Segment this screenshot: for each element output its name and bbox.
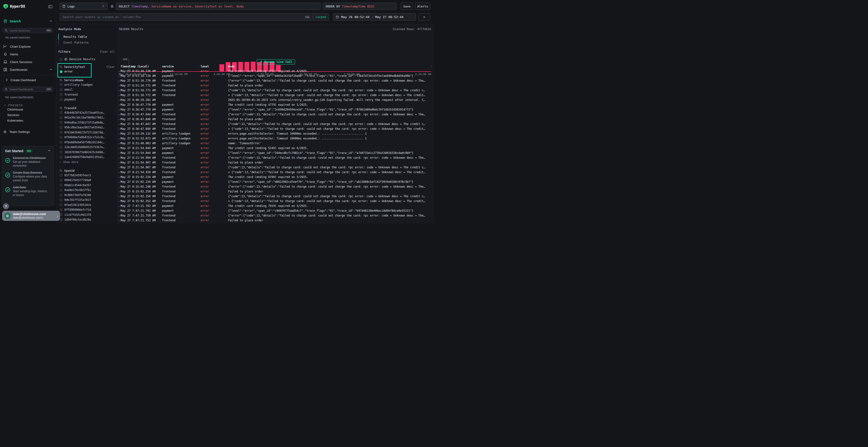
checkbox-unchecked[interactable]	[60, 199, 62, 201]
checkbox-unchecked[interactable]	[60, 121, 62, 124]
table-row[interactable]: >May 27 8:51:16.771 AMfrontenderror{"cod…	[118, 88, 434, 93]
col-service[interactable]: service	[162, 65, 197, 68]
help-button[interactable]: ?	[3, 203, 9, 209]
row-expand-icon[interactable]: >	[118, 123, 121, 126]
clear-all-button[interactable]: Clear all	[100, 50, 116, 54]
get-started-step[interactable]: Create Data Sources Configure where your…	[5, 171, 51, 182]
save-button[interactable]: Save	[401, 3, 413, 10]
row-expand-icon[interactable]: >	[118, 133, 121, 135]
table-row[interactable]: >May 27 8:33:29.132 AMartillery-loadgene…	[118, 131, 434, 136]
sidebar-item-search[interactable]: Search	[0, 18, 56, 24]
presets-section-toggle[interactable]: PRESETS	[3, 104, 56, 107]
table-row[interactable]: >May 27 8:15:02.250 AMfrontenderrorFaile…	[118, 189, 434, 194]
lucene-search-field[interactable]	[62, 15, 303, 19]
checkbox-unchecked[interactable]	[60, 136, 62, 139]
row-expand-icon[interactable]: >	[118, 89, 121, 92]
filter-value-error[interactable]: error	[58, 69, 116, 74]
checkbox-unchecked[interactable]	[60, 116, 62, 119]
date-range-picker[interactable]: May 26 08:52:44 - May 27 08:52:44	[333, 13, 416, 21]
analysis-mode-results-table[interactable]: Results Table	[58, 34, 116, 39]
table-row[interactable]: >May 27 8:36:47.770 AMpaymenterror{"leve…	[118, 107, 434, 112]
checkbox-unchecked[interactable]	[60, 156, 62, 159]
row-expand-icon[interactable]: >	[118, 176, 121, 178]
column-grip-icon[interactable]: ⋮	[159, 65, 162, 68]
checkbox-unchecked[interactable]	[60, 189, 62, 192]
table-row[interactable]: >May 27 8:51:16.772 AMfrontenderror× {"c…	[118, 93, 434, 98]
filter-value-12ec8dd52b60b9525733b7e…[interactable]: 12ec8dd52b60b9525733b7e…	[58, 145, 116, 150]
filter-value-0ff8990066efcf1d[interactable]: 0ff8990066efcf1d	[58, 207, 116, 212]
table-row[interactable]: >May 27 8:31:53.073 AMartillery-loadgene…	[118, 136, 434, 141]
denoise-checkbox[interactable]	[60, 58, 62, 61]
table-row[interactable]: >May 27 7:47:21.752 AMfrontenderrorFaile…	[118, 218, 434, 223]
chevron-up-icon[interactable]	[49, 19, 53, 23]
table-row[interactable]: >May 27 8:15:02.252 AMfrontenderror× {"c…	[118, 199, 434, 204]
table-row[interactable]: >May 27 8:31:48.083 AMartillery-loadgene…	[118, 141, 434, 146]
row-expand-icon[interactable]: >	[118, 161, 121, 164]
checkbox-unchecked[interactable]	[60, 146, 62, 148]
table-row[interactable]: >May 27 7:47:21.702 AMpaymenterrorThe cr…	[118, 204, 434, 208]
table-row[interactable]: >May 27 8:36:47.846 AMfrontenderrorFaile…	[118, 117, 434, 122]
row-expand-icon[interactable]: >	[118, 157, 121, 159]
run-query-button[interactable]	[418, 13, 430, 21]
get-started-header[interactable]: Get Started 3/3	[5, 149, 51, 153]
filter-value-0c0667304fafd206[interactable]: 0c0667304fafd206	[58, 193, 116, 198]
select-clause-input[interactable]: SELECT Timestamp, ServiceName as service…	[116, 3, 321, 10]
analysis-mode-event-patterns[interactable]: Event Patterns	[58, 39, 116, 45]
table-row[interactable]: >May 27 8:46:29.281 AMerror2025-05-26T09…	[118, 98, 434, 102]
table-row[interactable]: >May 27 8:36:47.844 AMfrontenderror{"err…	[118, 112, 434, 117]
row-expand-icon[interactable]: >	[118, 190, 121, 193]
table-row[interactable]: >May 27 8:21:54.844 AMpaymenterrorThe cr…	[118, 146, 434, 150]
get-started-step[interactable]: Connect to ClickHouse Set up your databa…	[5, 156, 51, 168]
sidebar-item-alerts[interactable]: Alerts	[0, 50, 56, 58]
event-search-input[interactable]: SQL | Lucene	[60, 13, 329, 21]
table-row[interactable]: >May 27 8:51:16.770 AMfrontenderror{"err…	[118, 78, 434, 83]
checkbox-unchecked[interactable]	[60, 209, 62, 211]
filter-value-11c67fe55c0d13fd[interactable]: 11c67fe55c0d13fd	[58, 212, 116, 217]
table-row[interactable]: >May 27 8:21:54.907 AMfrontenderrorFaile…	[118, 160, 434, 165]
row-expand-icon[interactable]: >	[118, 209, 121, 212]
filter-value-frontend[interactable]: frontend	[58, 92, 116, 97]
filter-value-email[interactable]: email	[58, 87, 116, 92]
filter-value-1ae42480d758e9ab91193a1…[interactable]: 1ae42480d758e9ab91193a1…	[58, 154, 116, 160]
row-expand-icon[interactable]: >	[118, 166, 121, 169]
filter-value-18287038b73e882425c64b8…[interactable]: 18287038b73e882425c64b8…	[58, 150, 116, 155]
alerts-button[interactable]: Alerts	[415, 3, 430, 10]
sidebar-item-chart-explorer[interactable]: Chart Explorer	[0, 43, 56, 50]
row-expand-icon[interactable]: >	[118, 200, 121, 203]
table-row[interactable]: >May 27 8:36:47.770 AMpaymenterrorThe cr…	[118, 102, 434, 107]
row-expand-icon[interactable]: >	[118, 113, 121, 116]
row-expand-icon[interactable]: >	[118, 214, 121, 217]
checkbox-unchecked[interactable]	[60, 131, 62, 134]
checkbox-unchecked[interactable]	[60, 98, 62, 101]
filter-value-0de781ff325a781f[interactable]: 0de781ff325a781f	[58, 198, 116, 203]
checkbox-checked[interactable]	[60, 70, 62, 73]
preset-item-kubernetes[interactable]: Kubernetes	[0, 118, 56, 123]
col-level[interactable]: level	[200, 65, 225, 68]
table-options-icon[interactable]: ⋮	[429, 65, 434, 68]
table-row[interactable]: >May 27 7:47:21.702 AMpaymenterror{"leve…	[118, 208, 434, 213]
checkbox-unchecked[interactable]	[60, 151, 62, 153]
checkbox-unchecked[interactable]	[60, 141, 62, 143]
saved-searches-field[interactable]	[9, 29, 46, 32]
saved-dashboards-input[interactable]: ⌘K	[2, 87, 54, 92]
filter-value-07d184304627bf2f11b67dd…[interactable]: 07d184304627bf2f11b67dd…	[58, 130, 116, 135]
filter-value-09041fb457779da0[interactable]: 09041fb457779da0	[58, 178, 116, 183]
row-expand-icon[interactable]: >	[118, 147, 121, 149]
preset-item-clickhouse[interactable]: ClickHouse	[0, 107, 56, 112]
row-expand-icon[interactable]: >	[118, 219, 121, 222]
sidebar-item-team-settings[interactable]: ⚙ Team Settings	[0, 129, 56, 134]
row-expand-icon[interactable]: >	[118, 185, 121, 188]
filter-value-0f94b9befe0b4252ccfa1c8…[interactable]: 0f94b9befe0b4252ccfa1c8…	[58, 135, 116, 140]
row-expand-icon[interactable]: >	[118, 128, 121, 130]
row-expand-icon[interactable]: >	[118, 152, 121, 154]
row-expand-icon[interactable]: >	[118, 99, 121, 101]
filter-value-03f7b824595feec5[interactable]: 03f7b824595feec5	[58, 173, 116, 178]
table-row[interactable]: >May 27 8:15:02.248 AMfrontenderror{"err…	[118, 184, 434, 189]
row-expand-icon[interactable]: >	[118, 75, 121, 77]
filter-value-0fbe680eb456750b2d1184c…[interactable]: 0fbe680eb456750b2d1184c…	[58, 140, 116, 145]
row-expand-icon[interactable]: >	[118, 181, 121, 183]
denoise-results-toggle[interactable]: Denoise Results	[58, 58, 116, 61]
row-expand-icon[interactable]: >	[118, 84, 121, 87]
mode-lucene[interactable]: Lucene	[316, 15, 326, 19]
preset-item-services[interactable]: Services	[0, 112, 56, 118]
